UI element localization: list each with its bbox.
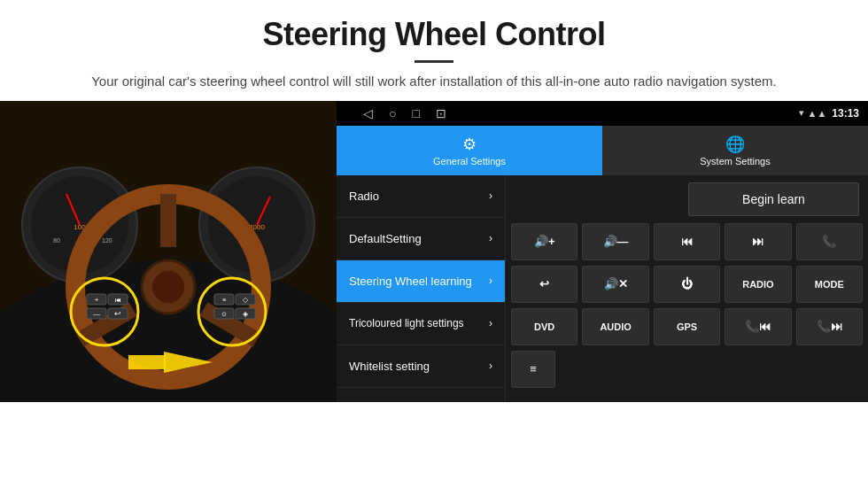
signal-icon: ▲▲ xyxy=(808,108,827,119)
tab-general-label: General Settings xyxy=(433,156,506,166)
controls-row-3: DVD AUDIO GPS 📞⏮ 📞⏭ xyxy=(511,308,863,345)
chevron-icon: › xyxy=(489,232,492,244)
svg-text:120: 120 xyxy=(102,237,112,244)
menu-item-radio[interactable]: Radio › xyxy=(337,175,505,218)
svg-text:⏮: ⏮ xyxy=(115,297,121,303)
top-section: Steering Wheel Control Your original car… xyxy=(0,0,868,101)
phone-prev-button[interactable]: 📞⏮ xyxy=(725,308,791,345)
status-icons: ▾ ▲▲ xyxy=(799,107,827,119)
steering-wheel-illustration: 100 80 120 3000 xyxy=(0,101,337,402)
svg-text:≡: ≡ xyxy=(222,297,226,303)
menu-radio-label: Radio xyxy=(349,190,379,203)
wifi-icon: ▾ xyxy=(799,107,804,119)
mute-button[interactable]: 🔊✕ xyxy=(582,266,648,303)
controls-row-1: 🔊+ 🔊— ⏮ ⏭ 📞 xyxy=(511,223,863,260)
menu-item-tricoloured[interactable]: Tricoloured light settings › xyxy=(337,303,505,345)
bottom-section: 100 80 120 3000 xyxy=(0,101,868,402)
empty-space xyxy=(515,182,684,216)
svg-text:◈: ◈ xyxy=(243,310,249,318)
page-title: Steering Wheel Control xyxy=(35,16,833,53)
svg-text:↩: ↩ xyxy=(114,309,121,318)
svg-text:—: — xyxy=(93,310,100,318)
controls-panel: Begin learn 🔊+ 🔊— ⏮ ⏭ 📞 ↩ 🔊✕ ⏻ xyxy=(505,175,868,402)
menu-item-default-setting[interactable]: DefaultSetting › xyxy=(337,218,505,260)
svg-rect-37 xyxy=(128,355,166,369)
list-button[interactable]: ≡ xyxy=(511,351,555,388)
nav-buttons: ◁ ○ □ ⊡ xyxy=(345,106,794,120)
title-divider xyxy=(415,60,453,63)
vol-up-button[interactable]: 🔊+ xyxy=(511,223,577,260)
phone-next-button[interactable]: 📞⏭ xyxy=(796,308,863,345)
power-button[interactable]: ⏻ xyxy=(654,266,720,303)
svg-text:⊙: ⊙ xyxy=(221,311,227,317)
vol-down-button[interactable]: 🔊— xyxy=(582,223,648,260)
tab-system-label: System Settings xyxy=(700,156,770,166)
controls-row-2: ↩ 🔊✕ ⏻ RADIO MODE xyxy=(511,266,863,303)
menu-steering-label: Steering Wheel learning xyxy=(349,275,472,288)
next-track-button[interactable]: ⏭ xyxy=(725,223,791,260)
phone-button[interactable]: 📞 xyxy=(796,223,863,260)
svg-text:+: + xyxy=(95,296,99,304)
menu-item-steering-wheel[interactable]: Steering Wheel learning › xyxy=(337,260,505,303)
audio-button[interactable]: AUDIO xyxy=(582,308,648,345)
menu-nav-btn[interactable]: ⊡ xyxy=(436,106,446,120)
recent-nav-btn[interactable]: □ xyxy=(412,106,419,120)
menu-tricoloured-label: Tricoloured light settings xyxy=(349,317,464,329)
hangup-button[interactable]: ↩ xyxy=(511,266,577,303)
tab-bar: ⚙ General Settings 🌐 System Settings xyxy=(337,126,868,175)
status-bar: ◁ ○ □ ⊡ ▾ ▲▲ 13:13 xyxy=(337,101,868,126)
svg-text:◇: ◇ xyxy=(243,296,249,304)
tab-system-settings[interactable]: 🌐 System Settings xyxy=(602,126,868,175)
car-image: 100 80 120 3000 xyxy=(0,101,337,402)
general-settings-icon: ⚙ xyxy=(462,135,477,154)
system-settings-icon: 🌐 xyxy=(725,135,745,154)
controls-row-4: ≡ xyxy=(511,351,863,388)
svg-text:80: 80 xyxy=(53,237,60,244)
radio-button[interactable]: RADIO xyxy=(725,266,791,303)
page-wrapper: Steering Wheel Control Your original car… xyxy=(0,0,868,402)
dvd-button[interactable]: DVD xyxy=(511,308,577,345)
begin-learn-button[interactable]: Begin learn xyxy=(688,182,859,216)
head-unit-panel: ◁ ○ □ ⊡ ▾ ▲▲ 13:13 ⚙ General Settings xyxy=(337,101,868,402)
page-subtitle: Your original car's steering wheel contr… xyxy=(35,72,833,92)
gps-button[interactable]: GPS xyxy=(654,308,720,345)
menu-item-whitelist[interactable]: Whitelist setting › xyxy=(337,345,505,388)
svg-point-17 xyxy=(152,271,184,303)
chevron-icon: › xyxy=(489,360,492,372)
menu-and-controls: Radio › DefaultSetting › Steering Wheel … xyxy=(337,175,868,402)
chevron-icon: › xyxy=(489,190,492,202)
menu-panel: Radio › DefaultSetting › Steering Wheel … xyxy=(337,175,505,402)
time-display: 13:13 xyxy=(832,107,859,120)
controls-row-top: Begin learn xyxy=(511,181,863,218)
chevron-icon: › xyxy=(489,275,492,287)
tab-general-settings[interactable]: ⚙ General Settings xyxy=(337,126,602,175)
prev-track-button[interactable]: ⏮ xyxy=(654,223,720,260)
menu-default-label: DefaultSetting xyxy=(349,232,422,245)
back-nav-btn[interactable]: ◁ xyxy=(363,106,373,120)
chevron-icon: › xyxy=(489,317,492,329)
menu-whitelist-label: Whitelist setting xyxy=(349,360,430,373)
home-nav-btn[interactable]: ○ xyxy=(389,106,396,120)
mode-button[interactable]: MODE xyxy=(796,266,863,303)
